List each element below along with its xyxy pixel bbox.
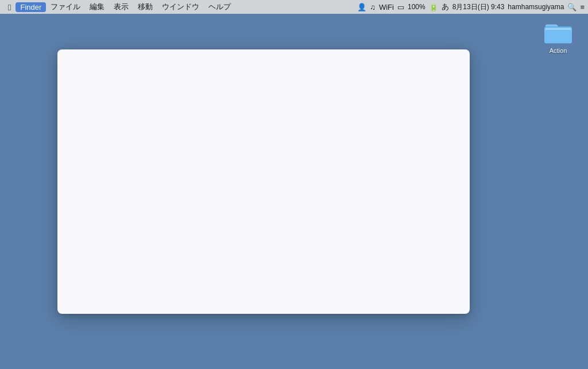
datetime: 8月13日(日) 9:43 <box>452 2 505 12</box>
edit-menu[interactable]: 編集 <box>85 1 109 13</box>
main-window <box>57 49 470 314</box>
username: hamhamsugiyama <box>508 3 564 11</box>
svg-rect-2 <box>546 28 571 30</box>
help-menu[interactable]: ヘルプ <box>204 1 235 13</box>
window-menu[interactable]: ウインドウ <box>157 1 204 13</box>
battery-percent: 100% <box>408 3 425 11</box>
music-icon: ♫ <box>370 3 376 11</box>
user-icon: 👤 <box>357 3 366 11</box>
view-menu[interactable]: 表示 <box>109 1 133 13</box>
ime-icon: あ <box>442 2 449 12</box>
desktop: Action <box>0 14 588 369</box>
folder-label: Action <box>550 47 567 55</box>
battery-icon: 🔋 <box>429 3 438 11</box>
apple-menu[interactable]:  <box>3 2 16 12</box>
go-menu[interactable]: 移動 <box>133 1 157 13</box>
desktop-folder-action[interactable]: Action <box>540 20 577 57</box>
control-center-icon[interactable]: ≡ <box>580 3 585 11</box>
file-menu[interactable]: ファイル <box>46 1 85 13</box>
finder-menu[interactable]: Finder <box>16 2 46 12</box>
display-icon: ▭ <box>397 3 404 11</box>
search-icon[interactable]: 🔍 <box>567 3 577 11</box>
menubar-right: 👤 ♫ WiFi ▭ 100% 🔋 あ 8月13日(日) 9:43 hamham… <box>357 2 585 12</box>
menubar:  Finder ファイル 編集 表示 移動 ウインドウ ヘルプ 👤 ♫ WiF… <box>0 0 588 14</box>
wifi-icon: WiFi <box>379 3 394 11</box>
